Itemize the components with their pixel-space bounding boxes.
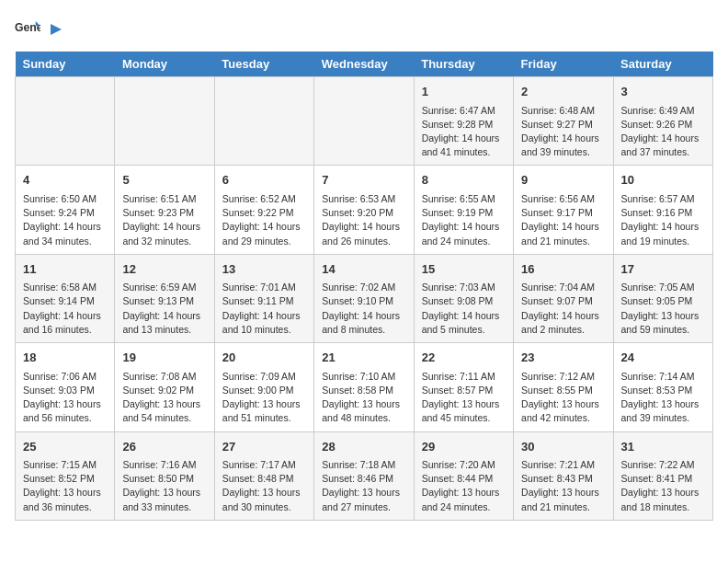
day-info: Sunrise: 7:02 AM Sunset: 9:10 PM Dayligh… bbox=[322, 281, 405, 337]
day-cell-4-5: 30Sunrise: 7:21 AM Sunset: 8:43 PM Dayli… bbox=[514, 431, 613, 520]
day-info: Sunrise: 7:16 AM Sunset: 8:50 PM Dayligh… bbox=[122, 458, 206, 514]
day-info: Sunrise: 7:22 AM Sunset: 8:41 PM Dayligh… bbox=[621, 458, 705, 514]
day-cell-3-6: 24Sunrise: 7:14 AM Sunset: 8:53 PM Dayli… bbox=[613, 343, 712, 431]
day-number: 22 bbox=[422, 349, 506, 367]
day-info: Sunrise: 7:17 AM Sunset: 8:48 PM Dayligh… bbox=[222, 458, 306, 514]
day-number: 14 bbox=[322, 260, 405, 279]
day-cell-0-1 bbox=[115, 77, 214, 166]
day-number: 8 bbox=[422, 171, 506, 190]
day-info: Sunrise: 6:58 AM Sunset: 9:14 PM Dayligh… bbox=[23, 281, 107, 337]
day-cell-2-1: 12Sunrise: 6:59 AM Sunset: 9:13 PM Dayli… bbox=[115, 254, 214, 342]
day-cell-0-4: 1Sunrise: 6:47 AM Sunset: 9:28 PM Daylig… bbox=[414, 77, 513, 166]
day-info: Sunrise: 7:06 AM Sunset: 9:03 PM Dayligh… bbox=[23, 370, 107, 426]
day-info: Sunrise: 7:10 AM Sunset: 8:58 PM Dayligh… bbox=[322, 370, 405, 426]
logo-icon: General bbox=[15, 15, 40, 40]
day-cell-0-3 bbox=[314, 77, 414, 166]
day-info: Sunrise: 6:48 AM Sunset: 9:27 PM Dayligh… bbox=[521, 104, 605, 160]
day-cell-2-4: 15Sunrise: 7:03 AM Sunset: 9:08 PM Dayli… bbox=[414, 254, 513, 342]
header-wednesday: Wednesday bbox=[314, 52, 414, 77]
day-cell-1-0: 4Sunrise: 6:50 AM Sunset: 9:24 PM Daylig… bbox=[16, 166, 115, 254]
day-number: 31 bbox=[621, 438, 705, 456]
day-info: Sunrise: 6:57 AM Sunset: 9:16 PM Dayligh… bbox=[621, 192, 705, 248]
day-info: Sunrise: 7:03 AM Sunset: 9:08 PM Dayligh… bbox=[422, 281, 506, 337]
day-info: Sunrise: 6:51 AM Sunset: 9:23 PM Dayligh… bbox=[122, 192, 206, 248]
day-cell-4-6: 31Sunrise: 7:22 AM Sunset: 8:41 PM Dayli… bbox=[613, 431, 712, 520]
page-header: General bbox=[15, 15, 713, 40]
day-info: Sunrise: 7:08 AM Sunset: 9:02 PM Dayligh… bbox=[122, 370, 206, 426]
day-number: 11 bbox=[23, 260, 107, 279]
day-cell-4-4: 29Sunrise: 7:20 AM Sunset: 8:44 PM Dayli… bbox=[414, 431, 513, 520]
day-info: Sunrise: 7:12 AM Sunset: 8:55 PM Dayligh… bbox=[521, 370, 605, 426]
day-number: 13 bbox=[222, 260, 306, 279]
day-info: Sunrise: 7:05 AM Sunset: 9:05 PM Dayligh… bbox=[621, 281, 705, 337]
day-cell-1-6: 10Sunrise: 6:57 AM Sunset: 9:16 PM Dayli… bbox=[613, 166, 712, 254]
day-cell-0-0 bbox=[16, 77, 115, 166]
week-row-5: 25Sunrise: 7:15 AM Sunset: 8:52 PM Dayli… bbox=[16, 431, 713, 520]
day-info: Sunrise: 7:21 AM Sunset: 8:43 PM Dayligh… bbox=[521, 458, 605, 514]
day-cell-1-1: 5Sunrise: 6:51 AM Sunset: 9:23 PM Daylig… bbox=[115, 166, 214, 254]
day-number: 24 bbox=[621, 349, 705, 367]
day-number: 25 bbox=[23, 438, 107, 456]
day-info: Sunrise: 7:20 AM Sunset: 8:44 PM Dayligh… bbox=[422, 458, 506, 514]
day-cell-4-2: 27Sunrise: 7:17 AM Sunset: 8:48 PM Dayli… bbox=[214, 431, 313, 520]
week-row-4: 18Sunrise: 7:06 AM Sunset: 9:03 PM Dayli… bbox=[16, 343, 713, 431]
day-number: 10 bbox=[621, 171, 705, 190]
day-info: Sunrise: 7:04 AM Sunset: 9:07 PM Dayligh… bbox=[521, 281, 605, 337]
day-number: 2 bbox=[521, 83, 605, 101]
day-cell-3-3: 21Sunrise: 7:10 AM Sunset: 8:58 PM Dayli… bbox=[314, 343, 414, 431]
day-info: Sunrise: 7:11 AM Sunset: 8:57 PM Dayligh… bbox=[422, 370, 506, 426]
day-cell-1-5: 9Sunrise: 6:56 AM Sunset: 9:17 PM Daylig… bbox=[514, 166, 613, 254]
day-number: 6 bbox=[222, 171, 306, 190]
day-number: 20 bbox=[222, 349, 306, 367]
day-cell-3-1: 19Sunrise: 7:08 AM Sunset: 9:02 PM Dayli… bbox=[115, 343, 214, 431]
day-cell-0-6: 3Sunrise: 6:49 AM Sunset: 9:26 PM Daylig… bbox=[613, 77, 712, 166]
day-info: Sunrise: 6:53 AM Sunset: 9:20 PM Dayligh… bbox=[322, 192, 405, 248]
day-cell-4-1: 26Sunrise: 7:16 AM Sunset: 8:50 PM Dayli… bbox=[115, 431, 214, 520]
day-cell-0-5: 2Sunrise: 6:48 AM Sunset: 9:27 PM Daylig… bbox=[514, 77, 613, 166]
day-number: 19 bbox=[122, 349, 206, 367]
day-number: 16 bbox=[521, 260, 605, 279]
day-number: 7 bbox=[322, 171, 405, 190]
day-cell-1-2: 6Sunrise: 6:52 AM Sunset: 9:22 PM Daylig… bbox=[214, 166, 313, 254]
day-number: 18 bbox=[23, 349, 107, 367]
header-sunday: Sunday bbox=[16, 52, 115, 77]
svg-marker-2 bbox=[51, 24, 62, 35]
day-info: Sunrise: 7:15 AM Sunset: 8:52 PM Dayligh… bbox=[23, 458, 107, 514]
header-friday: Friday bbox=[514, 52, 613, 77]
day-cell-3-5: 23Sunrise: 7:12 AM Sunset: 8:55 PM Dayli… bbox=[514, 343, 613, 431]
day-info: Sunrise: 6:59 AM Sunset: 9:13 PM Dayligh… bbox=[122, 281, 206, 337]
day-number: 21 bbox=[322, 349, 405, 367]
week-row-1: 1Sunrise: 6:47 AM Sunset: 9:28 PM Daylig… bbox=[16, 77, 713, 166]
day-cell-2-5: 16Sunrise: 7:04 AM Sunset: 9:07 PM Dayli… bbox=[514, 254, 613, 342]
day-info: Sunrise: 6:49 AM Sunset: 9:26 PM Dayligh… bbox=[621, 104, 705, 160]
week-row-2: 4Sunrise: 6:50 AM Sunset: 9:24 PM Daylig… bbox=[16, 166, 713, 254]
day-number: 29 bbox=[422, 438, 506, 456]
header-saturday: Saturday bbox=[613, 52, 712, 77]
day-cell-4-0: 25Sunrise: 7:15 AM Sunset: 8:52 PM Dayli… bbox=[16, 431, 115, 520]
day-number: 12 bbox=[122, 260, 206, 279]
day-cell-1-4: 8Sunrise: 6:55 AM Sunset: 9:19 PM Daylig… bbox=[414, 166, 513, 254]
day-info: Sunrise: 7:18 AM Sunset: 8:46 PM Dayligh… bbox=[322, 458, 405, 514]
day-number: 9 bbox=[521, 171, 605, 190]
day-number: 27 bbox=[222, 438, 306, 456]
day-info: Sunrise: 6:52 AM Sunset: 9:22 PM Dayligh… bbox=[222, 192, 306, 248]
header-thursday: Thursday bbox=[414, 52, 513, 77]
day-number: 26 bbox=[122, 438, 206, 456]
header-tuesday: Tuesday bbox=[214, 52, 313, 77]
day-cell-2-2: 13Sunrise: 7:01 AM Sunset: 9:11 PM Dayli… bbox=[214, 254, 313, 342]
day-cell-1-3: 7Sunrise: 6:53 AM Sunset: 9:20 PM Daylig… bbox=[314, 166, 414, 254]
day-number: 1 bbox=[422, 83, 506, 101]
day-cell-2-3: 14Sunrise: 7:02 AM Sunset: 9:10 PM Dayli… bbox=[314, 254, 414, 342]
day-number: 30 bbox=[521, 438, 605, 456]
day-number: 4 bbox=[23, 171, 107, 190]
day-info: Sunrise: 6:50 AM Sunset: 9:24 PM Dayligh… bbox=[23, 192, 107, 248]
day-cell-2-0: 11Sunrise: 6:58 AM Sunset: 9:14 PM Dayli… bbox=[16, 254, 115, 342]
day-info: Sunrise: 7:01 AM Sunset: 9:11 PM Dayligh… bbox=[222, 281, 306, 337]
calendar-table: Sunday Monday Tuesday Wednesday Thursday… bbox=[15, 52, 713, 521]
day-info: Sunrise: 6:55 AM Sunset: 9:19 PM Dayligh… bbox=[422, 192, 506, 248]
day-cell-3-4: 22Sunrise: 7:11 AM Sunset: 8:57 PM Dayli… bbox=[414, 343, 513, 431]
day-number: 3 bbox=[621, 83, 705, 101]
day-cell-2-6: 17Sunrise: 7:05 AM Sunset: 9:05 PM Dayli… bbox=[613, 254, 712, 342]
day-number: 5 bbox=[122, 171, 206, 190]
day-cell-3-0: 18Sunrise: 7:06 AM Sunset: 9:03 PM Dayli… bbox=[16, 343, 115, 431]
